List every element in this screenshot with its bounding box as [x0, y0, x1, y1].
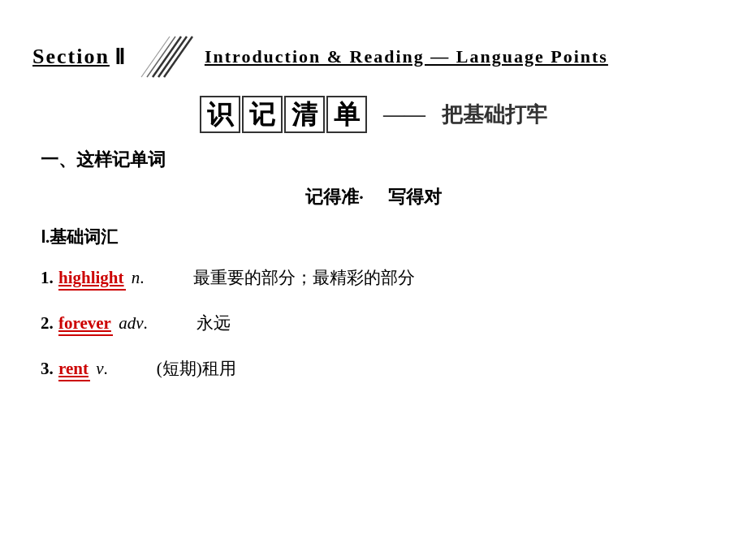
banner-char-3: 清 — [284, 96, 325, 133]
banner-char-1: 识 — [200, 96, 240, 133]
vocab-dot-1: . — [140, 268, 144, 288]
banner-row: 识 记 清 单 —— 把基础打牢 — [32, 96, 715, 133]
remember-left: 记得准· — [305, 185, 364, 209]
vocab-entry-3: 3. rent v . (短期)租用 — [41, 357, 715, 381]
vocab-entry-1: 1. highlight n . 最重要的部分；最精彩的部分 — [41, 266, 715, 291]
vocab-word-1: highlight — [58, 268, 126, 291]
banner-box: 识 记 清 单 — [200, 96, 367, 133]
svg-line-0 — [153, 37, 181, 77]
vocab-word-3: rent — [58, 359, 90, 381]
diagonal-lines-icon — [136, 32, 193, 81]
roman-numeral: Ⅱ — [114, 45, 125, 70]
page: Section Ⅱ Introduction & Reading — Langu… — [0, 0, 747, 560]
roman-i-section: Ⅰ.基础词汇 — [41, 226, 715, 248]
vocab-meaning-1: 最重要的部分；最精彩的部分 — [193, 266, 415, 289]
vocab-dot-3: . — [104, 359, 108, 379]
section-label: Section — [32, 45, 110, 69]
vocab-pos-3: v — [92, 359, 104, 379]
vocab-number-2: 2. — [41, 313, 58, 334]
banner-subtitle: 把基础打牢 — [442, 101, 547, 129]
vocab-word-2: forever — [58, 313, 113, 336]
svg-line-3 — [147, 37, 175, 77]
vocab-meaning-2: 永远 — [196, 312, 231, 334]
banner-dash: —— — [383, 102, 425, 127]
vocab-list: 1. highlight n . 最重要的部分；最精彩的部分 2. foreve… — [32, 266, 715, 381]
vocab-meaning-3: (短期)租用 — [157, 357, 236, 380]
remember-row: 记得准· 写得对 — [32, 185, 715, 209]
header-row: Section Ⅱ Introduction & Reading — Langu… — [32, 32, 715, 81]
vocab-entry-2: 2. forever adv . 永远 — [41, 312, 715, 336]
svg-line-4 — [141, 37, 170, 77]
subtitle-title: Introduction & Reading — Language Points — [205, 46, 608, 67]
vocab-number-3: 3. — [41, 359, 58, 379]
svg-line-1 — [158, 37, 187, 77]
vocab-dot-2: . — [143, 313, 147, 334]
vocab-number-1: 1. — [41, 268, 58, 288]
section-one-label: 一、这样记单词 — [41, 148, 715, 172]
vocab-pos-1: n — [127, 268, 140, 288]
banner-char-2: 记 — [242, 96, 283, 133]
remember-right: 写得对 — [388, 185, 442, 209]
svg-line-2 — [164, 37, 192, 77]
banner-char-4: 单 — [326, 96, 367, 133]
vocab-pos-2: adv — [114, 313, 144, 334]
